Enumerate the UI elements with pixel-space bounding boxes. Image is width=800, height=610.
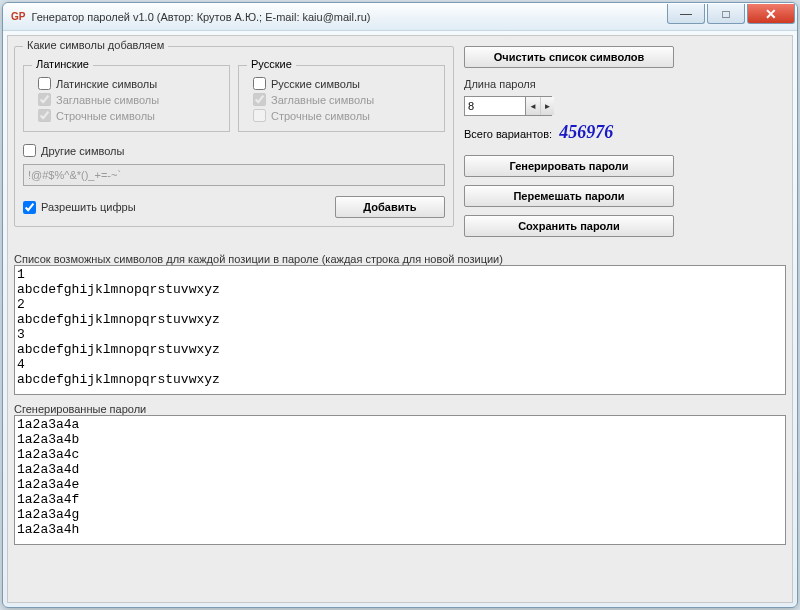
length-input[interactable] [465,97,525,115]
right-column: Очистить список символов Длина пароля ◄ … [464,42,786,245]
checkbox-russian-symbols[interactable]: Русские символы [253,77,436,90]
group-which-symbols-legend: Какие символы добавляем [23,39,168,51]
checkbox-russian-uppercase[interactable]: Заглавные символы [253,93,436,106]
checkbox-latin-uppercase[interactable]: Заглавные символы [38,93,221,106]
save-button[interactable]: Сохранить пароли [464,215,674,237]
symbols-list-label: Список возможных символов для каждой поз… [14,253,786,265]
symbols-textarea-wrap [14,265,786,395]
passwords-textarea-wrap [14,415,786,545]
close-button[interactable]: ✕ [747,4,795,24]
checkbox-russian-lowercase[interactable]: Строчные символы [253,109,436,122]
checkbox-allow-digits-label: Разрешить цифры [41,201,136,213]
window-title: Генератор паролей v1.0 (Автор: Крутов А.… [31,11,667,23]
checkbox-latin-symbols-label: Латинские символы [56,78,157,90]
length-label: Длина пароля [464,78,536,90]
checkbox-russian-lowercase-input[interactable] [253,109,266,122]
passwords-textarea[interactable] [15,416,785,544]
clear-symbols-button[interactable]: Очистить список символов [464,46,674,68]
group-russian: Русские Русские символы Заглавные символ… [238,65,445,132]
group-latin: Латинские Латинские символы Заглавные си… [23,65,230,132]
add-button[interactable]: Добавить [335,196,445,218]
checkbox-latin-lowercase[interactable]: Строчные символы [38,109,221,122]
group-latin-legend: Латинские [32,58,93,70]
checkbox-latin-uppercase-label: Заглавные символы [56,94,159,106]
symbols-textarea[interactable] [15,266,785,394]
titlebar[interactable]: GP Генератор паролей v1.0 (Автор: Крутов… [3,3,797,31]
variants-value: 456976 [559,122,613,142]
checkbox-russian-uppercase-input[interactable] [253,93,266,106]
checkbox-latin-uppercase-input[interactable] [38,93,51,106]
checkbox-latin-symbols[interactable]: Латинские символы [38,77,221,90]
length-increment-button[interactable]: ► [540,97,554,115]
checkbox-other-symbols-label: Другие символы [41,145,124,157]
app-window: GP Генератор паролей v1.0 (Автор: Крутов… [2,2,798,608]
checkbox-russian-uppercase-label: Заглавные символы [271,94,374,106]
length-decrement-button[interactable]: ◄ [526,97,540,115]
passwords-list-label: Сгенерированные пароли [14,403,786,415]
shuffle-button[interactable]: Перемешать пароли [464,185,674,207]
maximize-button[interactable]: □ [707,4,745,24]
group-russian-legend: Русские [247,58,296,70]
checkbox-other-symbols-input[interactable] [23,144,36,157]
checkbox-russian-lowercase-label: Строчные символы [271,110,370,122]
variants-label: Всего вариантов: [464,128,552,140]
checkbox-latin-lowercase-input[interactable] [38,109,51,122]
app-icon: GP [11,11,25,22]
client-area: Какие символы добавляем Латинские Латинс… [7,35,793,603]
checkbox-latin-symbols-input[interactable] [38,77,51,90]
checkbox-russian-symbols-input[interactable] [253,77,266,90]
checkbox-allow-digits[interactable]: Разрешить цифры [23,201,325,214]
length-spinbox[interactable]: ◄ ► [464,96,552,116]
checkbox-latin-lowercase-label: Строчные символы [56,110,155,122]
generate-button[interactable]: Генерировать пароли [464,155,674,177]
checkbox-allow-digits-input[interactable] [23,201,36,214]
checkbox-other-symbols[interactable]: Другие символы [23,144,445,157]
checkbox-russian-symbols-label: Русские символы [271,78,360,90]
other-symbols-input[interactable] [23,164,445,186]
group-which-symbols: Какие символы добавляем Латинские Латинс… [14,46,454,227]
minimize-button[interactable]: — [667,4,705,24]
